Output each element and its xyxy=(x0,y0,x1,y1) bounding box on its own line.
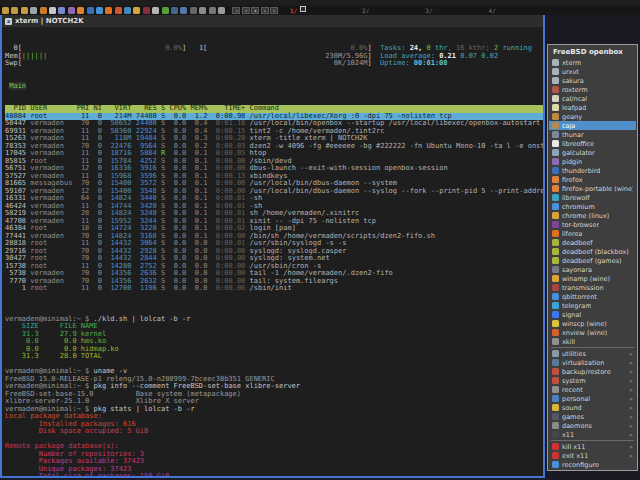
media-next-button[interactable]: ▸ xyxy=(270,7,278,14)
menu-item-transmission[interactable]: transmission xyxy=(549,283,636,292)
menu-item-cal-ncal[interactable]: cal/ncal xyxy=(549,94,636,103)
dot-icon[interactable] xyxy=(190,7,197,14)
editor-icon[interactable] xyxy=(58,7,65,14)
menu-item-firefox-portable-wine[interactable]: firefox-portable (wine) xyxy=(549,184,636,193)
menu-item-deadbeef-games[interactable]: deadbeef (games) xyxy=(549,256,636,265)
menu-item-xterm[interactable]: xterm xyxy=(549,58,636,67)
menu-item-virtualization[interactable]: virtualization» xyxy=(549,358,636,367)
menu-item-leafpad[interactable]: leafpad xyxy=(549,103,636,112)
firefox-icon[interactable] xyxy=(77,7,84,14)
menu-item-daemons[interactable]: daemons» xyxy=(549,421,636,430)
menu-item-sakura[interactable]: sakura xyxy=(549,76,636,85)
menu-item-kill-x11[interactable]: kill x11» xyxy=(549,442,636,451)
menu-item-label: winscp (wine) xyxy=(562,320,607,328)
rss-icon[interactable] xyxy=(105,7,112,14)
menu-item-label: thunar xyxy=(562,131,584,139)
document-icon[interactable] xyxy=(152,7,159,14)
menu-item-system[interactable]: system» xyxy=(549,376,636,385)
chromium-icon[interactable] xyxy=(96,7,103,14)
menu-item-label: librewolf xyxy=(562,194,590,202)
menu-item-libreoffice[interactable]: libreoffice xyxy=(549,139,636,148)
grid-icon[interactable] xyxy=(218,7,225,14)
chrome-icon[interactable] xyxy=(133,7,140,14)
menu-item-label: xkill xyxy=(562,338,575,346)
menu-item-label: signal xyxy=(562,311,581,319)
menu-item-personal[interactable]: personal» xyxy=(549,394,636,403)
globe-red-icon[interactable] xyxy=(115,7,122,14)
menu-item-games[interactable]: games» xyxy=(549,412,636,421)
menu-item-deadbeef-blackbox[interactable]: deadbeef (blackbox) xyxy=(549,247,636,256)
deadbeef-icon xyxy=(552,248,559,255)
menu-item-pidgin[interactable]: pidgin xyxy=(549,157,636,166)
menu-item-galculator[interactable]: galculator xyxy=(549,148,636,157)
terminal-content[interactable]: 0[ 0.0%] 1[ 0.0%] Tasks: 24, 0 thr, 16 k… xyxy=(2,27,543,476)
globe-blue-icon[interactable] xyxy=(124,7,131,14)
workspace-1[interactable]: 1/ xyxy=(290,6,297,15)
menu-item-label: leafpad xyxy=(562,104,586,112)
audio-icon[interactable] xyxy=(199,7,206,14)
thunderbird-icon[interactable] xyxy=(87,7,94,14)
menu-item-exit-x11[interactable]: exit x11» xyxy=(549,451,636,460)
kill-icon xyxy=(552,443,559,450)
menu-item-xkill[interactable]: xkill xyxy=(549,337,636,346)
x11-icon xyxy=(552,431,559,438)
menu-item-chromium[interactable]: chromium xyxy=(549,202,636,211)
media-stop-button[interactable]: ▪ xyxy=(251,7,259,14)
globe-icon[interactable] xyxy=(180,7,187,14)
media-prev-button[interactable]: ◂ xyxy=(232,7,240,14)
menu-item-xnview-wine[interactable]: xnview (wine) xyxy=(549,328,636,337)
exit-icon xyxy=(552,452,559,459)
menu-item-label: galculator xyxy=(562,149,595,157)
menu-item-urxvt[interactable]: urxvt xyxy=(549,67,636,76)
menu-item-qbittorrent[interactable]: qbittorrent xyxy=(549,292,636,301)
menu-item-liferea[interactable]: liferea xyxy=(549,229,636,238)
menu-item-chrome-linux[interactable]: chrome (linux) xyxy=(549,211,636,220)
menu-item-sayonara[interactable]: sayonara xyxy=(549,265,636,274)
menu-item-signal[interactable]: signal xyxy=(549,310,636,319)
menu-item-deadbeef[interactable]: deadbeef xyxy=(549,238,636,247)
menu-item-thunderbird[interactable]: thunderbird xyxy=(549,166,636,175)
menu-item-telegram[interactable]: telegram xyxy=(549,301,636,310)
workspace-4[interactable]: 4/ xyxy=(489,6,496,15)
menu-item-utilities[interactable]: utilities» xyxy=(549,349,636,358)
menu-item-caja[interactable]: caja xyxy=(549,121,636,130)
media-play-button[interactable]: ▸ xyxy=(261,7,269,14)
menu-item-backup-restore[interactable]: backup/restore» xyxy=(549,367,636,376)
update-icon[interactable] xyxy=(162,7,169,14)
menu-item-thunar[interactable]: thunar xyxy=(549,130,636,139)
menu-item-winamp-wine[interactable]: winamp (wine) xyxy=(549,274,636,283)
folder-icon[interactable] xyxy=(11,7,18,14)
menu-item-label: utilities xyxy=(562,350,586,358)
folder-open-icon[interactable] xyxy=(21,7,28,14)
sound-icon xyxy=(552,404,559,411)
menu-item-tor-browser[interactable]: tor-browser xyxy=(549,220,636,229)
mixer-icon[interactable] xyxy=(209,7,216,14)
display-icon[interactable] xyxy=(30,7,37,14)
submenu-arrow-icon: » xyxy=(629,395,633,402)
menu-item-reconfigure[interactable]: reconfigure xyxy=(549,460,636,469)
pidgin-icon[interactable] xyxy=(68,7,75,14)
process-row[interactable]: 1 root 11 0 12700 1196 S 0.0 0.0 0:00.06… xyxy=(5,285,543,293)
menu-item-label: personal xyxy=(562,395,590,403)
taskbar: ◂◂▪▸▸ 1/2/3/4/ xyxy=(0,6,640,15)
media-rewind-button[interactable]: ◂ xyxy=(242,7,250,14)
menu-item-geany[interactable]: geany xyxy=(549,112,636,121)
firefox-icon xyxy=(552,185,559,192)
lock-icon[interactable] xyxy=(40,7,47,14)
menu-item-label: transmission xyxy=(562,284,604,292)
menu-item-x11[interactable]: x11» xyxy=(549,430,636,439)
menu-item-firefox[interactable]: firefox xyxy=(549,175,636,184)
menu-item-roxterm[interactable]: roxterm xyxy=(549,85,636,94)
menu-item-librewolf[interactable]: librewolf xyxy=(549,193,636,202)
notes-icon[interactable] xyxy=(49,7,56,14)
wine-icon[interactable] xyxy=(143,7,150,14)
workspace-2[interactable]: 2/ xyxy=(362,6,369,15)
workspace-3[interactable]: 3/ xyxy=(425,6,432,15)
wallet-icon[interactable] xyxy=(171,7,178,14)
menu-item-label: games xyxy=(562,413,584,421)
menu-item-sound[interactable]: sound» xyxy=(549,403,636,412)
folder-icon[interactable] xyxy=(2,7,9,14)
menu-item-winscp-wine[interactable]: winscp (wine) xyxy=(549,319,636,328)
menu-item-recent[interactable]: recent» xyxy=(549,385,636,394)
window-titlebar[interactable]: x xterm | NOTCH2K xyxy=(2,15,543,27)
